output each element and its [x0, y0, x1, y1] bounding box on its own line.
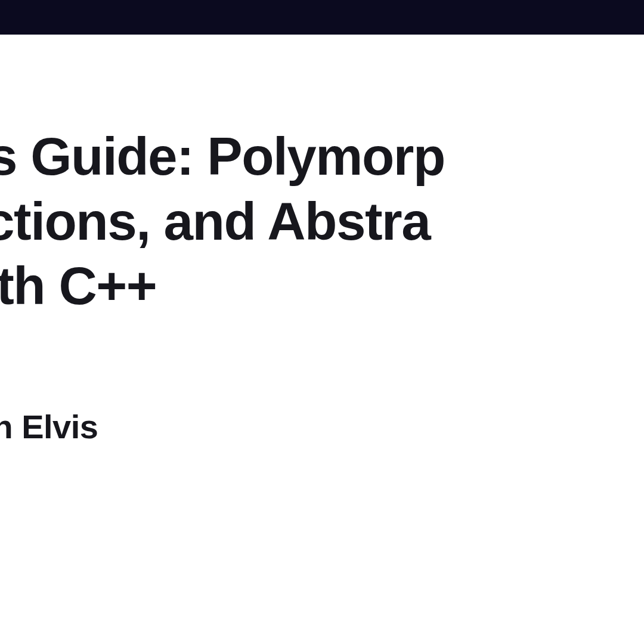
top-nav-bar — [0, 0, 644, 35]
title-line-2: l Functions, and Abstra — [0, 191, 430, 251]
title-line-1: inners Guide: Polymorp — [0, 126, 445, 186]
author-block: u Boahen Elvis 9 — [0, 408, 644, 482]
article-title: inners Guide: Polymorp l Functions, and … — [0, 124, 644, 318]
article-header: inners Guide: Polymorp l Functions, and … — [0, 35, 644, 482]
article-meta: 9 — [0, 447, 644, 482]
title-line-3: es With C++ — [0, 256, 156, 315]
author-name[interactable]: u Boahen Elvis — [0, 408, 644, 446]
